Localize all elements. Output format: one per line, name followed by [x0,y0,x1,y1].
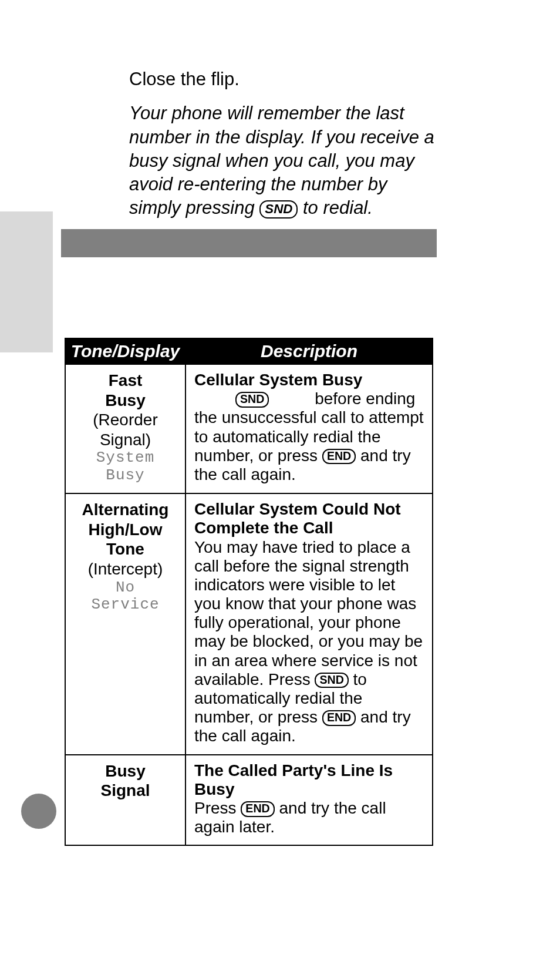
tone-cell: BusySignal [65,755,185,846]
desc-title: Cellular System Busy [194,371,362,389]
end-key-icon: END [241,801,274,817]
intro-note-post: to redial. [298,197,373,218]
snd-key-icon: SND [315,673,348,688]
tone-lcd: SystemBusy [74,449,177,485]
page-number-dot [21,794,56,829]
tone-paren: (ReorderSignal) [74,410,177,449]
tones-table: Tone/Display Description FastBusy (Reord… [65,338,433,846]
snd-key-icon: SND [259,200,298,219]
intro-note: Your phone will remember the last number… [129,102,440,220]
desc-pre: Press [194,799,241,817]
table-row: FastBusy (ReorderSignal) SystemBusy Cell… [65,364,433,493]
desc-cell: The Called Party's Line Is Busy Press EN… [185,755,433,846]
snd-key-icon: SND [235,392,269,408]
tone-cell: AlternatingHigh/LowTone (Intercept) NoSe… [65,493,185,754]
table-row: AlternatingHigh/LowTone (Intercept) NoSe… [65,493,433,754]
tone-name: BusySignal [74,761,177,801]
table-row: BusySignal The Called Party's Line Is Bu… [65,755,433,846]
desc-title: The Called Party's Line Is Busy [194,761,393,798]
divider-bar [61,229,437,257]
side-tab [0,211,53,352]
intro-block: Close the flip. Your phone will remember… [129,68,440,220]
tone-paren: (Intercept) [74,559,177,579]
end-key-icon: END [322,710,356,726]
end-key-icon: END [322,449,356,465]
tone-lcd: NoService [74,579,177,614]
tone-cell: FastBusy (ReorderSignal) SystemBusy [65,364,185,493]
header-desc: Description [185,338,433,364]
tone-name: FastBusy [74,371,177,410]
desc-title: Cellular System Could Not Complete the C… [194,500,401,537]
desc-cell: Cellular System Could Not Complete the C… [185,493,433,754]
desc-pre: You may have tried to place a call befor… [194,538,423,688]
desc-cell: Cellular System Busy SND before ending t… [185,364,433,493]
tone-name: AlternatingHigh/LowTone [74,500,177,559]
intro-line1: Close the flip. [129,68,440,91]
header-tone: Tone/Display [65,338,185,364]
